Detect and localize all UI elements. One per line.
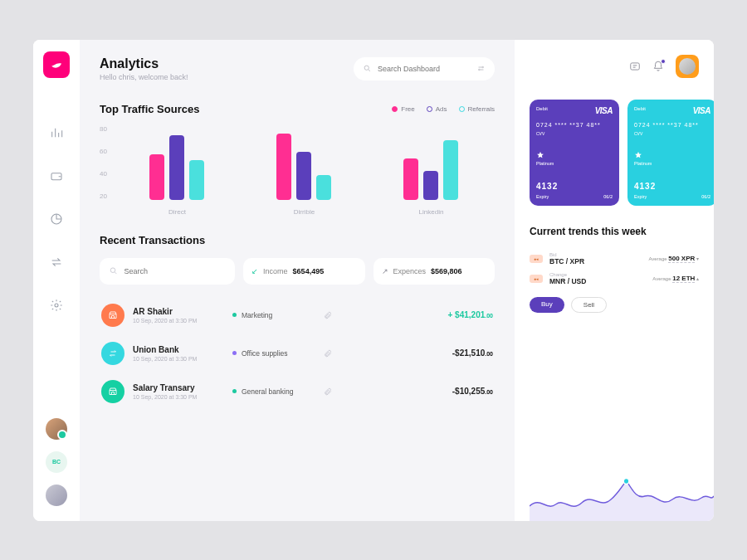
tx-amount: -$21,510.00 xyxy=(452,348,493,358)
search-icon xyxy=(364,64,371,73)
notification-dot xyxy=(661,59,666,64)
chart-bars: DirectDirribleLinkedin xyxy=(114,125,495,216)
sell-button[interactable]: Sell xyxy=(571,297,607,313)
main-panel: Analytics Hello chris, welcome back! Top… xyxy=(80,40,515,521)
trend-sparkline xyxy=(530,471,714,521)
tx-category: Marketing xyxy=(232,311,324,319)
profile-avatar[interactable] xyxy=(676,55,699,78)
attachment-icon[interactable] xyxy=(324,384,332,399)
bar xyxy=(316,175,331,200)
tx-amount: + $41,201.00 xyxy=(448,310,494,319)
sidebar: BC xyxy=(33,40,80,521)
card-number: 4132 xyxy=(536,182,613,191)
buy-button[interactable]: Buy xyxy=(530,297,564,313)
legend-item[interactable]: Ads xyxy=(427,105,447,113)
transactions-list: AR Shakir10 Sep, 2020 at 3:30 PM Marketi… xyxy=(100,296,495,411)
cards-carousel[interactable]: DebitVISA 0724 **** **37 48** CVV Platin… xyxy=(530,100,714,206)
chart-y-axis: 80604020 xyxy=(100,125,107,200)
nav-wallet-icon[interactable] xyxy=(46,166,66,186)
tx-name: Union Bank xyxy=(133,345,232,354)
right-panel: DebitVISA 0724 **** **37 48** CVV Platin… xyxy=(515,40,714,521)
traffic-title: Top Traffic Sources xyxy=(100,103,199,115)
pair-name: MNR / USD xyxy=(549,277,652,285)
traffic-chart: 80604020 DirectDirribleLinkedin xyxy=(100,125,495,216)
card-tier: Platinum xyxy=(536,161,613,166)
trend-pair-row[interactable]: ●◂ ChangeMNR / USD Average 12 ETH ▴ xyxy=(530,269,714,289)
card-masked: 0724 **** **37 48** xyxy=(536,122,613,128)
bar-group: Direct xyxy=(149,125,204,216)
top-bar: Analytics Hello chris, welcome back! xyxy=(100,56,495,81)
kpi-card: ↗Expences$569,806 xyxy=(374,258,495,285)
card-tier: Platinum xyxy=(634,161,710,166)
trend-actions: Buy Sell xyxy=(530,297,714,313)
trend-pair-row[interactable]: ●◂ BidBTC / XPR Average 500 XPR ▾ xyxy=(530,249,714,269)
card-brand: VISA xyxy=(693,106,710,115)
tx-icon xyxy=(101,380,124,403)
search-input[interactable] xyxy=(378,65,471,73)
svg-point-5 xyxy=(479,69,481,71)
transactions-search[interactable] xyxy=(100,258,235,285)
sidebar-users: BC xyxy=(46,418,67,506)
tx-search-input[interactable] xyxy=(124,267,225,275)
card-type: Debit xyxy=(634,106,646,111)
pair-flag-icon: ●◂ xyxy=(530,255,543,263)
payment-card[interactable]: DebitVISA 0724 **** **37 48** CVV Platin… xyxy=(627,100,714,206)
tx-date: 10 Sep, 2020 at 3:30 PM xyxy=(133,394,232,400)
bar xyxy=(189,160,204,200)
trend-pairs: ●◂ BidBTC / XPR Average 500 XPR ▾ ●◂ Cha… xyxy=(530,249,714,289)
app-logo[interactable] xyxy=(43,51,70,78)
nav-analytics-icon[interactable] xyxy=(46,123,66,143)
svg-point-3 xyxy=(364,66,369,70)
pair-flag-icon: ●◂ xyxy=(530,275,543,283)
transaction-row[interactable]: Union Bank10 Sep, 2020 at 3:30 PM Office… xyxy=(100,334,495,373)
nav-settings-icon[interactable] xyxy=(46,295,66,315)
messages-icon[interactable] xyxy=(629,61,641,72)
filter-icon[interactable] xyxy=(477,64,485,73)
svg-rect-7 xyxy=(631,62,640,69)
nav-transfer-icon[interactable] xyxy=(46,252,66,272)
search-icon xyxy=(110,266,118,275)
svg-point-6 xyxy=(110,268,115,273)
bar-group: Linkedin xyxy=(403,125,458,216)
tx-name: Salary Transary xyxy=(133,383,232,392)
user-badge-bc[interactable]: BC xyxy=(46,451,67,473)
attachment-icon[interactable] xyxy=(324,308,332,323)
bar xyxy=(403,158,418,200)
page-title: Analytics xyxy=(100,56,188,71)
svg-point-8 xyxy=(623,478,628,484)
card-number: 4132 xyxy=(634,182,710,191)
tx-icon xyxy=(101,342,124,365)
chevron-icon: ▴ xyxy=(696,276,699,281)
tx-amount: -$10,255.00 xyxy=(452,387,493,396)
bar xyxy=(169,135,184,200)
user-avatar-1[interactable] xyxy=(46,418,67,440)
card-type: Debit xyxy=(536,106,548,111)
tx-name: AR Shakir xyxy=(133,307,232,316)
trends-title: Current trends this week xyxy=(530,226,714,237)
bar xyxy=(149,154,164,200)
legend-item[interactable]: Free xyxy=(392,105,414,113)
card-brand: VISA xyxy=(595,106,613,115)
transaction-row[interactable]: AR Shakir10 Sep, 2020 at 3:30 PM Marketi… xyxy=(100,296,495,334)
traffic-header: Top Traffic Sources FreeAdsReferrals xyxy=(100,103,495,115)
user-avatar-2[interactable] xyxy=(46,485,67,506)
tx-category: General banking xyxy=(232,387,324,396)
star-icon xyxy=(634,151,642,159)
bar-group: Dirrible xyxy=(276,125,331,216)
dashboard-search[interactable] xyxy=(354,57,495,80)
tx-date: 10 Sep, 2020 at 3:30 PM xyxy=(133,318,232,324)
page-subtitle: Hello chris, welcome back! xyxy=(100,73,188,81)
transaction-row[interactable]: Salary Transary10 Sep, 2020 at 3:30 PM G… xyxy=(100,373,495,411)
attachment-icon[interactable] xyxy=(324,346,332,361)
nav-reports-icon[interactable] xyxy=(46,209,66,229)
notifications-icon[interactable] xyxy=(652,61,664,72)
transactions-title: Recent Transactions xyxy=(100,234,495,246)
chart-legend: FreeAdsReferrals xyxy=(392,105,495,113)
payment-card[interactable]: DebitVISA 0724 **** **37 48** CVV Platin… xyxy=(530,100,619,206)
app-shell: BC Analytics Hello chris, welcome back! … xyxy=(33,40,714,521)
legend-item[interactable]: Referrals xyxy=(459,105,495,113)
right-topbar xyxy=(530,55,714,78)
tx-category: Office supplies xyxy=(232,349,324,358)
svg-point-4 xyxy=(482,66,484,68)
star-icon xyxy=(536,151,544,159)
